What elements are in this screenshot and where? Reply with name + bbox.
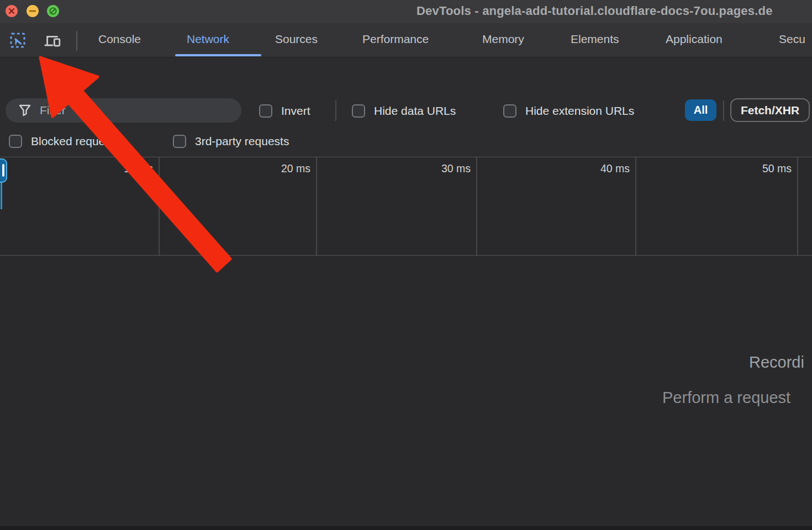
checkbox-label: Invert	[281, 104, 310, 118]
timeline-tick-50ms: 50 ms	[742, 162, 792, 175]
timeline-gridline	[635, 157, 636, 256]
active-tab-underline	[175, 54, 261, 56]
inspect-cursor-icon	[9, 32, 28, 50]
devtools-tabbar: Console Network Sources Performance Memo…	[0, 23, 812, 57]
close-window-button[interactable]	[6, 5, 18, 17]
timeline-gridline	[797, 157, 798, 256]
timeline-tick-40ms: 40 ms	[580, 162, 630, 175]
window-bottom-edge	[0, 526, 812, 530]
checkbox-label: 3rd-party requests	[195, 135, 289, 148]
hide-data-urls-checkbox[interactable]: Hide data URLs	[352, 104, 456, 118]
hide-extension-urls-checkbox[interactable]: Hide extension URLs	[503, 104, 634, 118]
window-title: DevTools - angela-add-tutorial.cloudflar…	[416, 4, 773, 18]
filter-row-divider	[723, 100, 724, 121]
filter-placeholder: Filter	[40, 104, 66, 117]
filter-input[interactable]: Filter	[6, 98, 241, 123]
checkbox-box	[173, 135, 186, 148]
timeline-tick-30ms: 30 ms	[421, 162, 471, 175]
minimize-icon	[27, 5, 39, 17]
empty-state-recording-text: Recordi	[749, 353, 804, 372]
tab-sources[interactable]: Sources	[275, 33, 318, 46]
tab-network[interactable]: Network	[187, 33, 229, 46]
handle-grip	[2, 164, 4, 177]
overview-selection-handle[interactable]	[0, 158, 7, 183]
third-party-requests-checkbox[interactable]: 3rd-party requests	[173, 135, 289, 148]
network-toolbar: Preserve log Disable cache No throttling	[0, 57, 812, 95]
filter-row-divider	[335, 100, 336, 121]
network-filter-row: Filter Invert Hide data URLs Hide extens…	[0, 95, 812, 126]
filter-fetch-xhr-button[interactable]: Fetch/XHR	[730, 98, 810, 122]
empty-state-hint-text: Perform a request	[662, 389, 790, 407]
inspect-element-button[interactable]	[9, 32, 28, 50]
filter-all-button[interactable]: All	[685, 99, 716, 121]
timeline-gridline	[159, 157, 160, 256]
timeline-gridline	[316, 157, 317, 256]
checkbox-box	[9, 135, 22, 148]
funnel-outline-icon	[18, 103, 32, 118]
network-overview-timeline[interactable]: 10 ms 20 ms 30 ms 40 ms 50 ms	[0, 157, 812, 256]
timeline-gridline	[476, 157, 477, 256]
tab-application[interactable]: Application	[666, 33, 723, 46]
network-filter-row-2: Blocked requests 3rd-party requests	[0, 126, 812, 157]
minimize-window-button[interactable]	[27, 5, 39, 17]
checkbox-box	[503, 104, 516, 118]
checkbox-label: Blocked requests	[31, 135, 120, 148]
no-fullscreen-icon	[47, 5, 59, 17]
checkbox-label: Hide data URLs	[374, 104, 456, 118]
checkbox-label: Hide extension URLs	[525, 104, 634, 118]
tab-console[interactable]: Console	[98, 33, 141, 46]
titlebar: DevTools - angela-add-tutorial.cloudflar…	[0, 0, 812, 23]
tab-performance[interactable]: Performance	[362, 33, 429, 46]
tab-security[interactable]: Secu	[779, 33, 805, 46]
overview-selection-edge	[1, 183, 2, 209]
timeline-tick-20ms: 20 ms	[261, 162, 310, 175]
tab-memory[interactable]: Memory	[482, 33, 524, 46]
tab-elements[interactable]: Elements	[571, 33, 619, 46]
device-toolbar-icon	[44, 32, 62, 50]
zoom-window-button[interactable]	[47, 5, 59, 17]
close-icon	[6, 5, 18, 17]
timeline-tick-10ms: 10 ms	[103, 162, 153, 175]
blocked-requests-checkbox[interactable]: Blocked requests	[9, 135, 120, 148]
tabbar-divider	[76, 31, 77, 51]
invert-checkbox[interactable]: Invert	[259, 104, 310, 118]
checkbox-box	[352, 104, 365, 118]
toggle-device-toolbar-button[interactable]	[44, 32, 62, 50]
checkbox-box	[259, 104, 272, 118]
